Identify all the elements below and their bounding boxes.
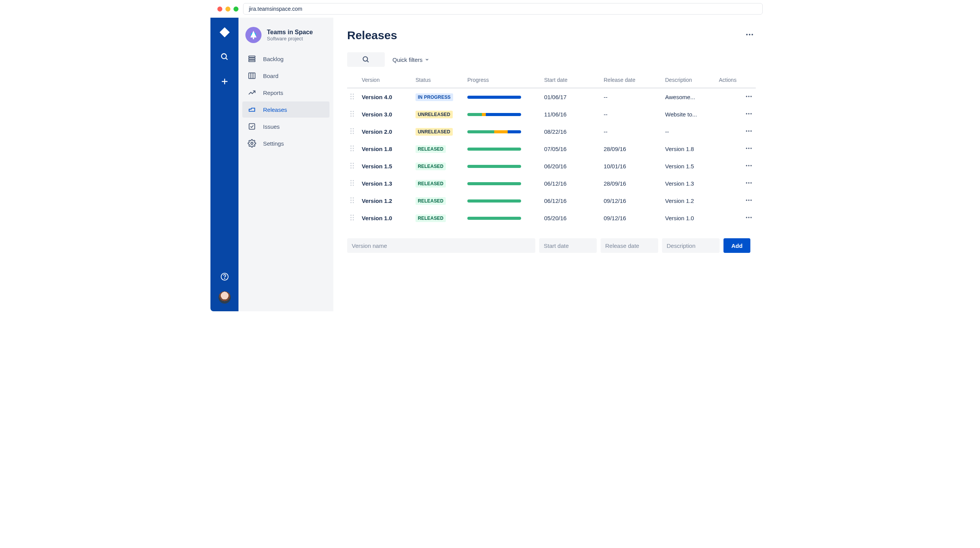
- svg-point-42: [351, 133, 352, 134]
- svg-point-53: [746, 148, 747, 149]
- create-icon[interactable]: [217, 74, 232, 89]
- drag-handle-icon[interactable]: [347, 158, 359, 175]
- svg-point-81: [748, 199, 749, 201]
- start-date-cell: 01/06/17: [541, 88, 601, 106]
- toolbar: Quick filters: [347, 52, 756, 67]
- quick-filters-label: Quick filters: [392, 56, 422, 63]
- drag-handle-icon[interactable]: [347, 123, 359, 140]
- search-releases-input[interactable]: [347, 52, 385, 67]
- svg-point-62: [746, 165, 747, 166]
- svg-point-14: [251, 142, 253, 144]
- drag-handle-icon[interactable]: [347, 192, 359, 209]
- search-icon[interactable]: [217, 49, 232, 65]
- window-minimize-button[interactable]: [225, 7, 230, 12]
- drag-handle-icon[interactable]: [347, 175, 359, 192]
- svg-point-34: [353, 116, 354, 117]
- svg-point-85: [351, 217, 352, 218]
- svg-point-37: [750, 113, 752, 114]
- svg-point-87: [351, 219, 352, 221]
- start-date-cell: 07/05/16: [541, 140, 601, 158]
- description-cell: Version 1.8: [662, 140, 716, 158]
- progress-bar: [467, 165, 521, 168]
- project-header[interactable]: Teams in Space Software project: [242, 27, 329, 51]
- row-actions-button[interactable]: [716, 209, 756, 227]
- sidebar-item-label: Board: [263, 73, 278, 79]
- progress-bar: [467, 130, 521, 133]
- sidebar-item-issues[interactable]: Issues: [242, 118, 329, 135]
- releases-icon: [248, 105, 256, 114]
- row-actions-button[interactable]: [716, 123, 756, 140]
- svg-point-89: [746, 217, 747, 218]
- release-date-cell: 09/12/16: [601, 209, 662, 227]
- jira-logo-icon[interactable]: [217, 25, 232, 40]
- status-cell: RELEASED: [412, 158, 464, 175]
- version-cell: Version 1.5: [359, 158, 412, 175]
- svg-point-15: [746, 34, 748, 35]
- table-row[interactable]: Version 1.8RELEASED07/05/1628/09/16Versi…: [347, 140, 756, 158]
- drag-handle-icon[interactable]: [347, 140, 359, 158]
- sidebar-item-settings[interactable]: Settings: [242, 135, 329, 151]
- user-avatar[interactable]: [219, 291, 231, 304]
- table-row[interactable]: Version 1.2RELEASED06/12/1609/12/16Versi…: [347, 192, 756, 209]
- version-cell: Version 1.0: [359, 209, 412, 227]
- table-row[interactable]: Version 3.0UNRELEASED11/06/16--Website t…: [347, 106, 756, 123]
- add-button[interactable]: Add: [723, 238, 750, 253]
- row-actions-button[interactable]: [716, 140, 756, 158]
- svg-point-50: [353, 148, 354, 149]
- help-icon[interactable]: [217, 269, 232, 284]
- release-date-input[interactable]: [601, 238, 658, 253]
- row-actions-button[interactable]: [716, 106, 756, 123]
- more-actions-button[interactable]: [743, 28, 756, 42]
- progress-bar: [467, 113, 521, 116]
- start-date-input[interactable]: [539, 238, 597, 253]
- table-row[interactable]: Version 1.5RELEASED06/20/1610/01/16Versi…: [347, 158, 756, 175]
- svg-point-54: [748, 148, 749, 149]
- sidebar-item-label: Settings: [263, 140, 284, 147]
- progress-bar: [467, 182, 521, 185]
- add-version-form: Add: [347, 238, 756, 253]
- drag-handle-icon[interactable]: [347, 88, 359, 106]
- svg-point-20: [351, 94, 352, 95]
- release-date-cell: 09/12/16: [601, 192, 662, 209]
- svg-rect-7: [249, 58, 255, 60]
- row-actions-button[interactable]: [716, 175, 756, 192]
- drag-handle-icon[interactable]: [347, 209, 359, 227]
- sidebar-item-board[interactable]: Board: [242, 68, 329, 84]
- sidebar-item-releases[interactable]: Releases: [242, 101, 329, 118]
- status-cell: IN PROGRESS: [412, 88, 464, 106]
- quick-filters-dropdown[interactable]: Quick filters: [392, 56, 429, 63]
- version-name-input[interactable]: [347, 238, 535, 253]
- svg-point-65: [351, 180, 352, 181]
- table-row[interactable]: Version 2.0UNRELEASED08/22/16----: [347, 123, 756, 140]
- svg-point-46: [750, 130, 752, 131]
- description-input[interactable]: [662, 238, 720, 253]
- url-bar[interactable]: jira.teamsinspace.com: [243, 3, 763, 15]
- svg-point-21: [353, 94, 354, 95]
- backlog-icon: [248, 55, 256, 63]
- window-close-button[interactable]: [217, 7, 222, 12]
- drag-handle-icon[interactable]: [347, 106, 359, 123]
- status-badge: IN PROGRESS: [416, 93, 453, 101]
- table-row[interactable]: Version 1.0RELEASED05/20/1609/12/16Versi…: [347, 209, 756, 227]
- window-maximize-button[interactable]: [233, 7, 238, 12]
- progress-cell: [464, 123, 541, 140]
- row-actions-button[interactable]: [716, 192, 756, 209]
- row-actions-button[interactable]: [716, 158, 756, 175]
- sidebar-item-reports[interactable]: Reports: [242, 85, 329, 101]
- version-cell: Version 4.0: [359, 88, 412, 106]
- status-cell: RELEASED: [412, 140, 464, 158]
- svg-point-49: [351, 148, 352, 149]
- table-row[interactable]: Version 1.3RELEASED06/12/1628/09/16Versi…: [347, 175, 756, 192]
- row-actions-button[interactable]: [716, 88, 756, 106]
- status-badge: RELEASED: [416, 197, 446, 205]
- table-row[interactable]: Version 4.0IN PROGRESS01/06/17--Awesome.…: [347, 88, 756, 106]
- sidebar-item-backlog[interactable]: Backlog: [242, 51, 329, 67]
- svg-point-88: [353, 219, 354, 221]
- app-body: Teams in Space Software project BacklogB…: [210, 18, 770, 311]
- releases-table: Version Status Progress Start date Relea…: [347, 72, 756, 227]
- release-date-cell: 28/09/16: [601, 175, 662, 192]
- status-cell: RELEASED: [412, 175, 464, 192]
- status-badge: RELEASED: [416, 180, 446, 188]
- description-cell: Version 1.0: [662, 209, 716, 227]
- start-date-cell: 06/12/16: [541, 175, 601, 192]
